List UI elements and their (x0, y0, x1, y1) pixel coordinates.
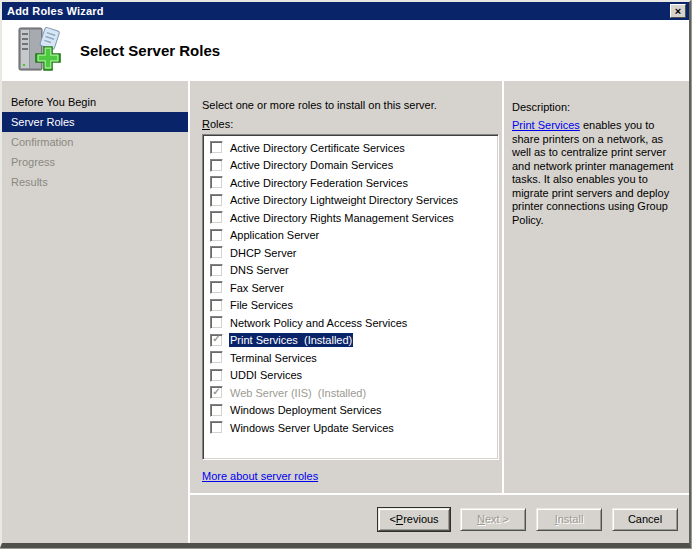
screenshot-root: Add Roles Wizard × (0, 0, 695, 551)
right-column: Select one or more roles to install on t… (190, 81, 689, 543)
role-row-application-server: Application Server (210, 227, 498, 245)
roles-listbox[interactable]: Active Directory Certificate ServicesAct… (202, 134, 499, 460)
print-services-link[interactable]: Print Services (512, 119, 580, 131)
previous-button[interactable]: < Previous (378, 508, 450, 531)
add-roles-server-icon (12, 25, 64, 77)
checkbox-icon[interactable] (210, 264, 223, 277)
checkbox-icon[interactable] (210, 159, 223, 172)
role-row-file-services: File Services (210, 297, 498, 315)
checkbox-icon[interactable] (210, 351, 223, 364)
wizard-body: Before You BeginServer RolesConfirmation… (2, 81, 689, 543)
cancel-button[interactable]: Cancel (612, 508, 678, 531)
role-label[interactable]: Windows Deployment Services (229, 403, 383, 417)
description-heading: Description: (512, 101, 683, 113)
more-about-server-roles-link[interactable]: More about server roles (202, 470, 318, 482)
sidebar-item-server-roles[interactable]: Server Roles (2, 112, 188, 132)
content-area: Select one or more roles to install on t… (190, 81, 689, 493)
checkbox-icon[interactable] (210, 299, 223, 312)
role-label[interactable]: UDDI Services (229, 368, 303, 382)
role-label[interactable]: DNS Server (229, 263, 290, 277)
next-button: Next > (460, 508, 526, 531)
role-row-active-directory-federation-services: Active Directory Federation Services (210, 174, 498, 192)
window-title: Add Roles Wizard (7, 5, 104, 17)
checkbox-icon[interactable] (210, 194, 223, 207)
title-bar[interactable]: Add Roles Wizard × (2, 2, 689, 20)
description-text: Print Services enables you to share prin… (512, 119, 683, 227)
role-label[interactable]: File Services (229, 298, 294, 312)
page-title: Select Server Roles (80, 42, 220, 59)
checkbox-checked-icon: ✓ (210, 386, 223, 399)
sidebar-item-results: Results (2, 172, 188, 192)
role-row-windows-deployment-services: Windows Deployment Services (210, 402, 498, 420)
role-row-terminal-services: Terminal Services (210, 349, 498, 367)
roles-pane: Select one or more roles to install on t… (190, 81, 502, 493)
role-label[interactable]: Active Directory Domain Services (229, 158, 394, 172)
role-row-active-directory-lightweight-directory-services: Active Directory Lightweight Directory S… (210, 192, 498, 210)
checkbox-icon[interactable] (210, 421, 223, 434)
description-panel: Description: Print Services enables you … (504, 81, 689, 493)
role-label[interactable]: Active Directory Federation Services (229, 176, 409, 190)
role-row-windows-server-update-services: Windows Server Update Services (210, 419, 498, 437)
role-row-network-policy-and-access-services: Network Policy and Access Services (210, 314, 498, 332)
role-label[interactable]: Print Services (Installed) (229, 333, 353, 347)
button-bar: < PreviousNext >InstallCancel (190, 493, 689, 543)
role-row-uddi-services: UDDI Services (210, 367, 498, 385)
role-label[interactable]: Active Directory Lightweight Directory S… (229, 193, 459, 207)
checkbox-icon[interactable] (210, 316, 223, 329)
sidebar-item-before-you-begin[interactable]: Before You Begin (2, 92, 188, 112)
role-label[interactable]: Network Policy and Access Services (229, 316, 408, 330)
role-label[interactable]: Active Directory Rights Management Servi… (229, 211, 455, 225)
description-body: enables you to share printers on a netwo… (512, 119, 673, 226)
checkbox-checked-icon: ✓ (210, 334, 223, 347)
install-button: Install (536, 508, 602, 531)
wizard-steps: Before You BeginServer RolesConfirmation… (2, 81, 188, 543)
role-label[interactable]: Windows Server Update Services (229, 421, 395, 435)
role-label[interactable]: Fax Server (229, 281, 285, 295)
role-label[interactable]: Application Server (229, 228, 320, 242)
role-row-fax-server: Fax Server (210, 279, 498, 297)
check-mark-icon: ✓ (212, 334, 220, 344)
checkbox-icon[interactable] (210, 141, 223, 154)
roles-list-label: Roles: (202, 118, 502, 130)
checkbox-icon[interactable] (210, 369, 223, 382)
checkbox-icon[interactable] (210, 176, 223, 189)
role-row-active-directory-rights-management-services: Active Directory Rights Management Servi… (210, 209, 498, 227)
role-row-active-directory-certificate-services: Active Directory Certificate Services (210, 139, 498, 157)
checkbox-icon[interactable] (210, 211, 223, 224)
add-roles-wizard-window: Add Roles Wizard × (0, 0, 691, 548)
role-label[interactable]: Active Directory Certificate Services (229, 141, 406, 155)
checkbox-icon[interactable] (210, 229, 223, 242)
role-row-web-server-iis-installed: ✓Web Server (IIS) (Installed) (210, 384, 498, 402)
check-mark-icon: ✓ (212, 387, 220, 397)
sidebar-item-confirmation: Confirmation (2, 132, 188, 152)
checkbox-icon[interactable] (210, 404, 223, 417)
role-row-active-directory-domain-services: Active Directory Domain Services (210, 157, 498, 175)
role-label[interactable]: Terminal Services (229, 351, 318, 365)
role-label[interactable]: DHCP Server (229, 246, 297, 260)
close-icon[interactable]: × (670, 4, 686, 18)
wizard-header: Select Server Roles (2, 20, 689, 81)
checkbox-icon[interactable] (210, 281, 223, 294)
role-row-dhcp-server: DHCP Server (210, 244, 498, 262)
checkbox-icon[interactable] (210, 246, 223, 259)
sidebar-item-progress: Progress (2, 152, 188, 172)
role-label[interactable]: Web Server (IIS) (Installed) (229, 386, 367, 400)
role-row-print-services-installed: ✓Print Services (Installed) (210, 332, 498, 350)
role-row-dns-server: DNS Server (210, 262, 498, 280)
instruction-text: Select one or more roles to install on t… (202, 99, 502, 111)
